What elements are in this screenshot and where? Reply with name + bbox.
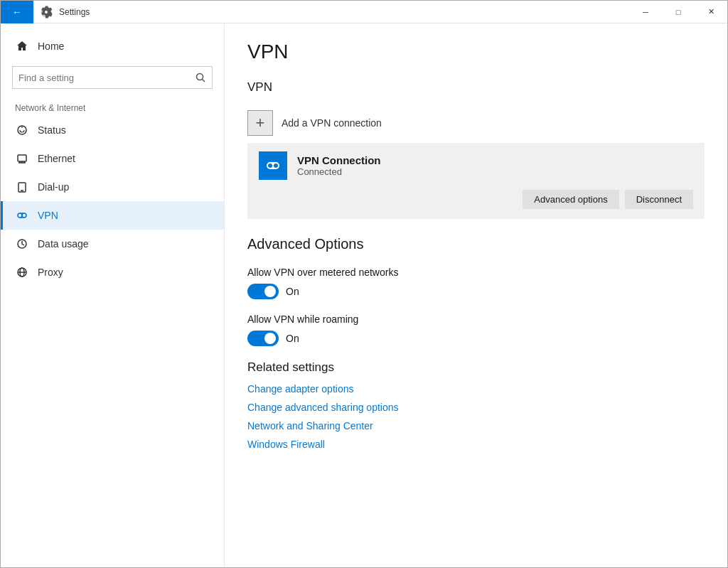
vpn-card-header: VPN Connection Connected: [259, 151, 693, 180]
sidebar-item-proxy[interactable]: Proxy: [1, 258, 224, 286]
svg-point-20: [273, 163, 279, 168]
sidebar-item-data-usage-label: Data usage: [38, 238, 89, 250]
window-controls: ─ □ ✕: [629, 1, 727, 23]
svg-line-1: [203, 80, 205, 82]
sidebar-item-ethernet-label: Ethernet: [38, 153, 75, 164]
titlebar: ← Settings ─ □ ✕: [1, 1, 727, 23]
svg-point-19: [267, 163, 273, 168]
svg-rect-4: [18, 155, 26, 161]
sidebar-item-data-usage[interactable]: Data usage: [1, 230, 224, 258]
ethernet-icon: [15, 153, 29, 164]
vpn-section-title: VPN: [247, 80, 705, 95]
sidebar-item-home[interactable]: Home: [1, 32, 224, 60]
sidebar-item-status-label: Status: [38, 124, 66, 136]
home-icon: [15, 41, 29, 52]
sidebar-item-dialup[interactable]: Dial-up: [1, 173, 224, 201]
toggle-metered-label: Allow VPN over metered networks: [247, 267, 705, 278]
search-box: [12, 66, 213, 89]
back-icon: ←: [12, 6, 22, 18]
sidebar-item-ethernet[interactable]: Ethernet: [1, 144, 224, 173]
search-icon[interactable]: [189, 66, 212, 89]
sidebar-item-vpn[interactable]: VPN: [1, 201, 224, 230]
sidebar: Home Network & Internet: [1, 23, 225, 567]
add-icon: +: [247, 110, 273, 136]
toggle-roaming-control: On: [247, 331, 705, 346]
add-vpn-label: Add a VPN connection: [282, 117, 382, 129]
data-usage-icon: [15, 238, 29, 250]
settings-window: ← Settings ─ □ ✕ Home: [0, 0, 728, 568]
content-area: VPN VPN + Add a VPN connection: [225, 23, 727, 567]
svg-point-0: [197, 74, 203, 80]
sidebar-item-home-label: Home: [38, 41, 64, 52]
add-vpn-button[interactable]: + Add a VPN connection: [247, 106, 705, 140]
dialup-icon: [15, 181, 29, 193]
sidebar-section-title: Network & Internet: [1, 97, 224, 116]
back-button[interactable]: ←: [1, 1, 33, 23]
toggle-roaming-label: Allow VPN while roaming: [247, 314, 705, 325]
proxy-icon: [15, 267, 29, 278]
toggle-roaming-state: On: [286, 333, 299, 344]
toggle-roaming-thumb: [264, 333, 276, 344]
toggle-metered-thumb: [264, 286, 276, 297]
main-layout: Home Network & Internet: [1, 23, 727, 567]
toggle-metered-control: On: [247, 284, 705, 299]
vpn-icon: [15, 210, 29, 221]
related-link-firewall[interactable]: Windows Firewall: [247, 439, 705, 450]
vpn-card-info: VPN Connection Connected: [297, 154, 693, 177]
close-button[interactable]: ✕: [695, 1, 727, 23]
window-title: Settings: [59, 7, 629, 17]
minimize-button[interactable]: ─: [629, 1, 662, 23]
disconnect-button[interactable]: Disconnect: [625, 190, 693, 209]
toggle-metered[interactable]: [247, 284, 279, 299]
toggle-row-metered: Allow VPN over metered networks On: [247, 267, 705, 299]
toggle-metered-state: On: [286, 286, 299, 297]
vpn-connection-name: VPN Connection: [297, 154, 693, 166]
svg-point-11: [18, 213, 22, 218]
toggle-row-roaming: Allow VPN while roaming On: [247, 314, 705, 346]
sidebar-item-dialup-label: Dial-up: [38, 181, 69, 193]
sidebar-item-status[interactable]: Status: [1, 116, 224, 144]
search-input[interactable]: [13, 73, 189, 83]
settings-icon: [39, 5, 53, 19]
maximize-button[interactable]: □: [662, 1, 695, 23]
sidebar-item-vpn-label: VPN: [38, 210, 58, 221]
vpn-connection-card: VPN Connection Connected Advanced option…: [247, 143, 705, 219]
vpn-connection-status: Connected: [297, 166, 693, 177]
advanced-options-title: Advanced Options: [247, 236, 705, 252]
related-settings-title: Related settings: [247, 360, 705, 375]
vpn-connection-icon: [259, 151, 287, 180]
advanced-options-button[interactable]: Advanced options: [523, 190, 619, 209]
vpn-card-buttons: Advanced options Disconnect: [259, 190, 693, 209]
sidebar-item-proxy-label: Proxy: [38, 267, 63, 278]
related-link-adapter[interactable]: Change adapter options: [247, 383, 705, 395]
related-link-sharing[interactable]: Change advanced sharing options: [247, 402, 705, 413]
page-title: VPN: [247, 41, 705, 63]
svg-point-12: [22, 213, 26, 218]
related-link-network-center[interactable]: Network and Sharing Center: [247, 420, 705, 432]
status-icon: [15, 124, 29, 136]
plus-symbol: +: [256, 115, 265, 131]
toggle-roaming[interactable]: [247, 331, 279, 346]
